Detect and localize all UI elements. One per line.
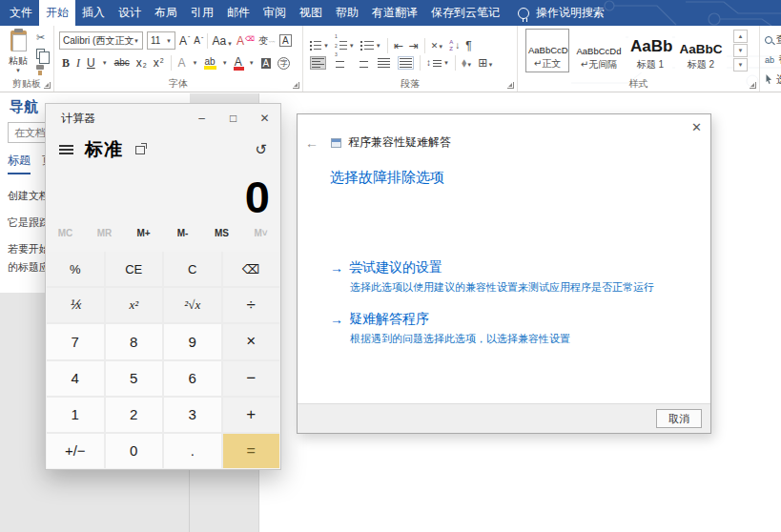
ribbon-tab-0[interactable]: 文件 [3,0,39,26]
calc-key-4[interactable]: 4 [47,361,104,396]
ribbon-tab-4[interactable]: 布局 [148,0,184,26]
styles-scroll-down[interactable]: ▼ [733,44,748,57]
calc-key-⅟x[interactable]: ⅟x [47,288,104,322]
memory-2[interactable]: M+ [124,228,163,251]
calc-key-×[interactable]: × [223,324,280,358]
ribbon-tab-2[interactable]: 插入 [75,0,112,26]
align-left-button[interactable] [310,56,326,70]
tell-me-search[interactable]: 操作说明搜索 [518,0,605,26]
calc-key-1[interactable]: 1 [47,398,104,432]
keep-on-top-icon[interactable] [135,146,145,154]
align-center-button[interactable] [332,56,348,70]
strikethrough-button[interactable]: abc [114,58,130,68]
text-effects-button[interactable]: A [178,57,186,69]
calculator-maximize-button[interactable]: □ [217,104,249,133]
calc-key-3[interactable]: 3 [164,398,221,432]
option-label[interactable]: 疑难解答程序 [349,311,429,328]
clear-formatting-button[interactable]: A⌫ [236,35,255,47]
ribbon-tab-5[interactable]: 引用 [184,0,220,26]
cut-icon[interactable]: ✂ [36,32,45,43]
superscript-button[interactable]: x2 [154,57,164,69]
change-case-button[interactable]: Aa▼ [212,35,233,47]
calc-key-+/−[interactable]: +/− [47,434,104,468]
calc-key-=[interactable]: = [223,434,280,468]
font-dialog-launcher[interactable] [293,82,299,89]
calc-key-0[interactable]: 0 [106,434,163,468]
calc-key-7[interactable]: 7 [47,324,104,358]
font-name-combobox[interactable]: Calibri (西文正文) ▼ [59,31,143,50]
asian-layout-button[interactable]: ✕▼ [431,42,444,51]
copy-icon[interactable] [36,49,45,59]
style-card-3[interactable]: AaBbC标题 2 [675,29,727,72]
phonetic-guide-button[interactable]: 变﹏ [258,36,276,46]
calculator-menu-icon[interactable] [59,145,73,154]
memory-4[interactable]: MS [202,228,241,251]
bullets-button[interactable]: ▼ [310,41,329,51]
underline-button[interactable]: U [87,57,95,69]
justify-button[interactable] [376,56,392,70]
calculator-close-button[interactable]: ✕ [249,104,280,133]
borders-button[interactable]: ⊞▼ [478,57,493,69]
replace-button[interactable]: ab替换 [765,52,781,67]
ribbon-tab-1[interactable]: 开始 [39,0,75,26]
dialog-back-button[interactable]: ← [303,135,320,151]
styles-gallery-expand[interactable]: ▼ [733,58,748,72]
grow-font-button[interactable]: Aˆ [179,35,190,47]
decrease-indent-button[interactable]: ⇤ [394,40,403,51]
calc-key-6[interactable]: 6 [164,361,221,396]
calc-key-C[interactable]: C [164,252,221,286]
italic-button[interactable]: I [76,57,80,69]
calculator-minimize-button[interactable]: – [186,104,217,133]
style-card-0[interactable]: AaBbCcDd↵正文 [525,29,569,72]
ribbon-tab-8[interactable]: 视图 [293,0,329,26]
ribbon-tab-3[interactable]: 设计 [112,0,148,26]
ribbon-tab-10[interactable]: 有道翻译 [365,0,424,26]
paste-button[interactable]: 粘贴 ▼ [5,31,31,73]
clipboard-dialog-launcher[interactable] [44,82,51,89]
calculator-mode-label[interactable]: 标准 [85,137,123,162]
calc-key-⌫[interactable]: ⌫ [223,252,280,286]
calc-key-CE[interactable]: CE [106,252,163,286]
multilevel-list-button[interactable]: ▼ [360,41,381,51]
line-spacing-button[interactable]: ↕▼ [426,58,449,68]
memory-3[interactable]: M- [163,228,202,251]
character-shading-button[interactable]: A [261,58,272,69]
ribbon-tab-9[interactable]: 帮助 [329,0,365,26]
styles-gallery-scroll[interactable]: ▲ ▼ ▼ [733,30,748,72]
enclose-characters-button[interactable]: 字 [277,57,290,70]
paragraph-dialog-launcher[interactable] [507,82,514,89]
dialog-close-button[interactable]: ✕ [691,120,702,134]
shading-button[interactable]: ⬧▼ [462,57,472,69]
character-border-button[interactable]: A [279,34,292,47]
nav-tab-0[interactable]: 标题 [8,153,31,174]
ribbon-tab-11[interactable]: 保存到云笔记 [424,0,506,26]
calc-key-−[interactable]: − [223,361,280,396]
style-card-1[interactable]: AaBbCcDd↵无间隔 [572,29,626,72]
paste-dropdown-caret[interactable]: ▼ [5,68,31,73]
show-hide-marks-button[interactable]: ¶ [465,40,471,51]
format-painter-icon[interactable] [35,65,46,75]
highlight-color-button[interactable]: ab [205,57,216,70]
calc-key-8[interactable]: 8 [106,324,163,358]
dialog-option-1[interactable]: →疑难解答程序根据遇到的问题选择此选项，以选择兼容性设置 [330,311,654,346]
shrink-font-button[interactable]: Aˇ [194,36,203,46]
align-right-button[interactable] [354,56,370,70]
select-button[interactable]: 选择 [765,72,781,87]
cancel-button[interactable]: 取消 [656,409,702,428]
styles-scroll-up[interactable]: ▲ [733,30,748,43]
distribute-button[interactable] [398,56,414,70]
option-label[interactable]: 尝试建议的设置 [349,259,442,276]
increase-indent-button[interactable]: ⇥ [409,40,419,51]
subscript-button[interactable]: x2 [136,57,147,69]
calc-key-9[interactable]: 9 [164,324,221,358]
styles-dialog-launcher[interactable] [750,82,756,89]
dialog-option-0[interactable]: →尝试建议的设置选择此选项以使用建议的兼容性设置来测试应用程序是否正常运行 [330,259,654,295]
calc-key-÷[interactable]: ÷ [223,288,280,322]
calc-key-5[interactable]: 5 [106,361,163,396]
bold-button[interactable]: B [62,57,70,69]
font-size-combobox[interactable]: 11 ▼ [147,31,175,50]
calc-key-.[interactable]: . [164,434,221,468]
calc-key-x²[interactable]: x² [106,288,163,322]
calc-key-2[interactable]: 2 [106,398,163,432]
calc-key-+[interactable]: + [223,398,280,432]
